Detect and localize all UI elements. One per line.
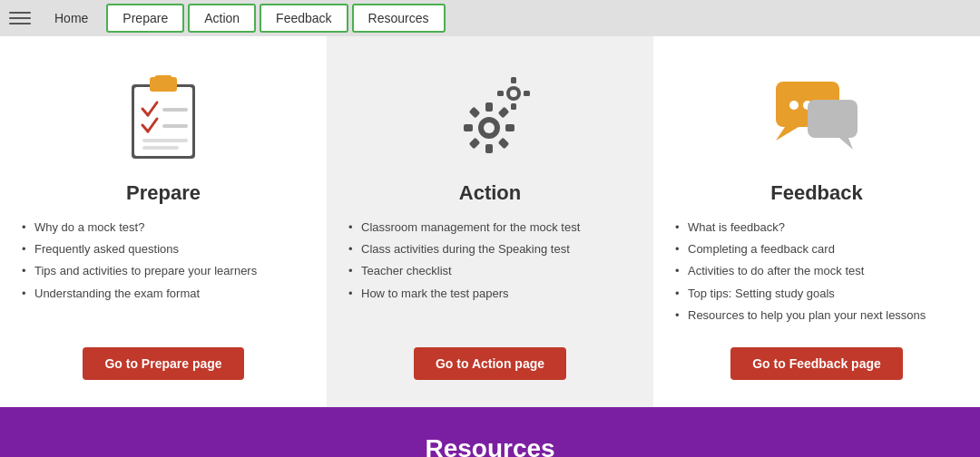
svg-rect-10 xyxy=(142,139,188,142)
nav-feedback[interactable]: Feedback xyxy=(260,4,348,33)
feedback-title: Feedback xyxy=(770,181,863,205)
prepare-icon xyxy=(122,63,204,172)
feedback-list-item: Top tips: Setting study goals xyxy=(675,286,958,302)
svg-rect-3 xyxy=(154,75,172,83)
resources-title: Resources xyxy=(36,434,944,457)
svg-rect-24 xyxy=(511,77,516,83)
go-to-prepare-button[interactable]: Go to Prepare page xyxy=(83,347,243,380)
go-to-feedback-button[interactable]: Go to Feedback page xyxy=(730,347,903,380)
svg-point-13 xyxy=(484,122,495,133)
svg-rect-15 xyxy=(485,144,493,153)
nav-home[interactable]: Home xyxy=(40,5,103,31)
action-list-item: Classroom management for the mock test xyxy=(348,219,632,236)
feedback-list: What is feedback? Completing a feedback … xyxy=(675,219,958,329)
svg-rect-19 xyxy=(498,107,510,119)
prepare-list: Why do a mock test? Frequently asked que… xyxy=(22,219,305,307)
prepare-list-item: Tips and activities to prepare your lear… xyxy=(22,263,305,279)
svg-rect-16 xyxy=(464,124,473,131)
svg-rect-17 xyxy=(505,124,514,131)
resources-section: Resources Ensure your students are fully… xyxy=(0,407,980,457)
prepare-list-item: Why do a mock test? xyxy=(22,219,305,236)
nav-action[interactable]: Action xyxy=(188,4,256,33)
svg-rect-20 xyxy=(469,138,481,150)
nav-prepare[interactable]: Prepare xyxy=(106,4,184,33)
action-list-item: Class activities during the Speaking tes… xyxy=(348,241,632,258)
svg-rect-1 xyxy=(134,87,192,156)
prepare-list-item: Frequently asked questions xyxy=(22,241,305,258)
svg-rect-11 xyxy=(142,146,179,150)
feedback-column: Feedback What is feedback? Completing a … xyxy=(653,36,980,407)
action-list: Classroom management for the mock test C… xyxy=(348,219,632,307)
svg-point-23 xyxy=(510,90,517,97)
feedback-list-item: Completing a feedback card xyxy=(675,241,958,258)
svg-rect-9 xyxy=(162,124,188,128)
action-list-item: How to mark the test papers xyxy=(348,286,632,302)
action-list-item: Teacher checklist xyxy=(348,263,632,279)
action-title: Action xyxy=(459,181,521,205)
prepare-column: Prepare Why do a mock test? Frequently a… xyxy=(0,36,327,407)
svg-rect-18 xyxy=(469,107,481,119)
action-column: Action Classroom management for the mock… xyxy=(327,36,653,407)
prepare-title: Prepare xyxy=(126,181,201,205)
svg-marker-34 xyxy=(839,138,853,150)
svg-rect-27 xyxy=(524,91,530,96)
svg-rect-14 xyxy=(485,102,493,112)
feedback-list-item: Activities to do after the mock test xyxy=(675,263,958,279)
action-icon xyxy=(440,63,540,172)
hamburger-menu[interactable] xyxy=(9,7,31,29)
svg-rect-6 xyxy=(162,108,188,112)
feedback-list-item: What is feedback? xyxy=(675,219,958,236)
svg-rect-21 xyxy=(498,138,510,150)
svg-marker-29 xyxy=(776,127,799,141)
feedback-icon xyxy=(767,63,867,172)
svg-point-30 xyxy=(789,101,799,110)
nav-resources[interactable]: Resources xyxy=(352,4,446,33)
go-to-action-button[interactable]: Go to Action page xyxy=(414,347,566,380)
svg-rect-33 xyxy=(808,100,858,138)
svg-rect-25 xyxy=(511,103,516,110)
svg-rect-26 xyxy=(497,91,504,96)
content-area: Prepare Why do a mock test? Frequently a… xyxy=(0,36,980,407)
prepare-list-item: Understanding the exam format xyxy=(22,286,305,302)
navbar: Home Prepare Action Feedback Resources xyxy=(0,0,980,36)
feedback-list-item: Resources to help you plan your next les… xyxy=(675,307,958,324)
